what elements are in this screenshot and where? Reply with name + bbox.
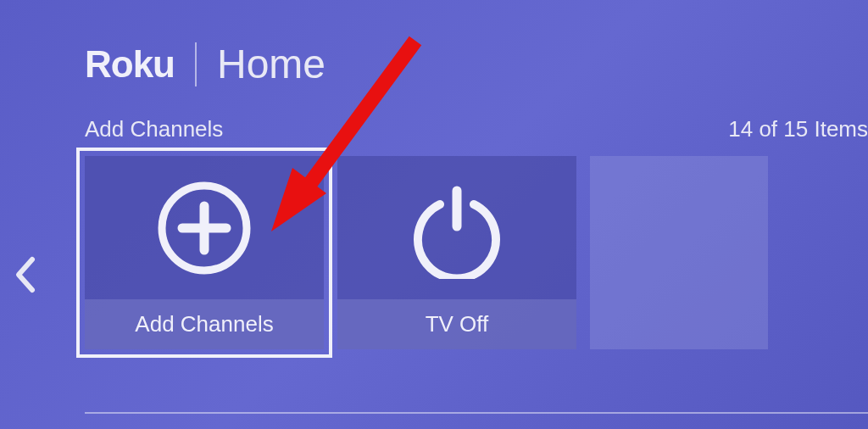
section-bar: Add Channels 14 of 15 Items bbox=[0, 87, 868, 142]
tile-icon-area bbox=[85, 156, 324, 299]
section-label: Add Channels bbox=[85, 116, 223, 142]
power-icon bbox=[406, 177, 508, 279]
chevron-left-icon bbox=[14, 254, 37, 295]
item-count: 14 of 15 Items bbox=[728, 116, 868, 142]
plus-circle-icon bbox=[153, 177, 255, 279]
tile-label: Add Channels bbox=[85, 299, 324, 349]
tile-label: TV Off bbox=[337, 299, 576, 349]
tile-row: Add Channels TV Off bbox=[0, 142, 868, 349]
tile-icon-area bbox=[337, 156, 576, 299]
header: Roku Home bbox=[0, 0, 868, 87]
page-title: Home bbox=[217, 41, 326, 87]
bottom-divider bbox=[85, 412, 868, 414]
tile-add-channels[interactable]: Add Channels bbox=[85, 156, 324, 349]
tile-blank[interactable] bbox=[590, 156, 768, 349]
header-divider bbox=[195, 42, 197, 86]
nav-left-arrow[interactable] bbox=[14, 254, 37, 298]
tile-tv-off[interactable]: TV Off bbox=[337, 156, 576, 349]
brand-logo: Roku bbox=[85, 43, 175, 86]
